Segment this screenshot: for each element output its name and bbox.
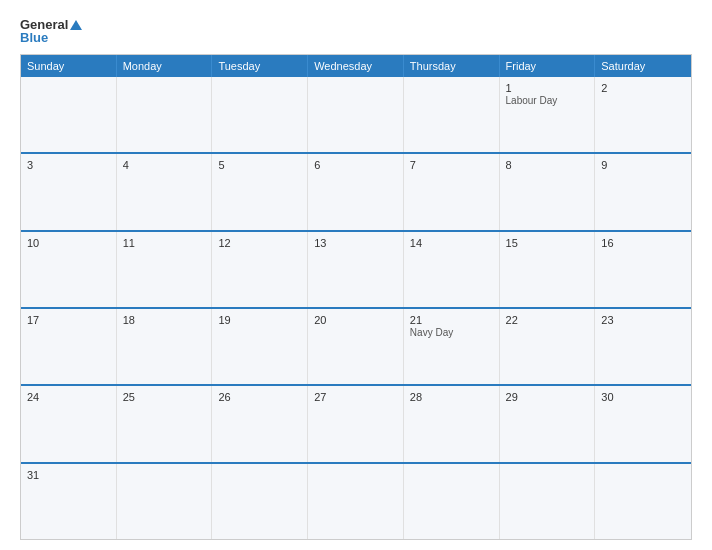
day-number: 24 — [27, 391, 110, 403]
day-cell — [21, 77, 117, 152]
day-cell — [212, 464, 308, 539]
day-number: 4 — [123, 159, 206, 171]
day-number: 5 — [218, 159, 301, 171]
day-cell: 25 — [117, 386, 213, 461]
logo-blue-text: Blue — [20, 31, 82, 44]
day-number: 19 — [218, 314, 301, 326]
day-header-thursday: Thursday — [404, 55, 500, 77]
day-number: 7 — [410, 159, 493, 171]
week-row-5: 31 — [21, 462, 691, 539]
day-number: 31 — [27, 469, 110, 481]
day-cell: 14 — [404, 232, 500, 307]
day-cell: 12 — [212, 232, 308, 307]
day-cell: 18 — [117, 309, 213, 384]
day-cell: 6 — [308, 154, 404, 229]
day-number: 15 — [506, 237, 589, 249]
day-cell — [500, 464, 596, 539]
day-number: 21 — [410, 314, 493, 326]
day-header-tuesday: Tuesday — [212, 55, 308, 77]
day-number: 26 — [218, 391, 301, 403]
day-cell — [308, 464, 404, 539]
week-row-1: 3456789 — [21, 152, 691, 229]
day-header-sunday: Sunday — [21, 55, 117, 77]
day-cell: 16 — [595, 232, 691, 307]
day-number: 22 — [506, 314, 589, 326]
day-event: Navy Day — [410, 327, 453, 338]
day-number: 28 — [410, 391, 493, 403]
day-header-monday: Monday — [117, 55, 213, 77]
day-number: 8 — [506, 159, 589, 171]
day-cell: 7 — [404, 154, 500, 229]
day-cell: 24 — [21, 386, 117, 461]
day-cell: 15 — [500, 232, 596, 307]
day-number: 18 — [123, 314, 206, 326]
day-cell: 19 — [212, 309, 308, 384]
week-row-2: 10111213141516 — [21, 230, 691, 307]
day-cell: 28 — [404, 386, 500, 461]
day-number: 13 — [314, 237, 397, 249]
day-cell — [404, 464, 500, 539]
day-number: 11 — [123, 237, 206, 249]
calendar-page: General Blue SundayMondayTuesdayWednesda… — [0, 0, 712, 550]
day-number: 30 — [601, 391, 685, 403]
day-number: 9 — [601, 159, 685, 171]
day-cell: 3 — [21, 154, 117, 229]
day-number: 12 — [218, 237, 301, 249]
day-cell: 4 — [117, 154, 213, 229]
day-cell: 2 — [595, 77, 691, 152]
day-cell — [595, 464, 691, 539]
day-number: 16 — [601, 237, 685, 249]
day-number: 14 — [410, 237, 493, 249]
day-cell — [404, 77, 500, 152]
calendar-grid: SundayMondayTuesdayWednesdayThursdayFrid… — [20, 54, 692, 540]
day-number: 3 — [27, 159, 110, 171]
day-number: 1 — [506, 82, 589, 94]
day-number: 2 — [601, 82, 685, 94]
logo: General Blue — [20, 18, 82, 44]
week-row-3: 1718192021Navy Day2223 — [21, 307, 691, 384]
day-header-saturday: Saturday — [595, 55, 691, 77]
day-cell — [117, 464, 213, 539]
day-cell: 21Navy Day — [404, 309, 500, 384]
day-number: 6 — [314, 159, 397, 171]
day-cell — [308, 77, 404, 152]
day-cell: 5 — [212, 154, 308, 229]
week-row-0: 1Labour Day2 — [21, 77, 691, 152]
day-cell — [212, 77, 308, 152]
day-cell: 23 — [595, 309, 691, 384]
day-number: 29 — [506, 391, 589, 403]
day-cell: 8 — [500, 154, 596, 229]
header: General Blue — [20, 18, 692, 44]
day-cell: 29 — [500, 386, 596, 461]
day-number: 10 — [27, 237, 110, 249]
day-number: 27 — [314, 391, 397, 403]
day-cell: 26 — [212, 386, 308, 461]
day-cell: 17 — [21, 309, 117, 384]
day-cell: 11 — [117, 232, 213, 307]
day-cell: 10 — [21, 232, 117, 307]
weeks-container: 1Labour Day23456789101112131415161718192… — [21, 77, 691, 539]
day-header-wednesday: Wednesday — [308, 55, 404, 77]
day-cell — [117, 77, 213, 152]
day-cell: 31 — [21, 464, 117, 539]
week-row-4: 24252627282930 — [21, 384, 691, 461]
day-cell: 27 — [308, 386, 404, 461]
day-cell: 1Labour Day — [500, 77, 596, 152]
day-number: 20 — [314, 314, 397, 326]
day-cell: 30 — [595, 386, 691, 461]
day-event: Labour Day — [506, 95, 558, 106]
logo-triangle-icon — [70, 20, 82, 30]
day-headers-row: SundayMondayTuesdayWednesdayThursdayFrid… — [21, 55, 691, 77]
day-number: 25 — [123, 391, 206, 403]
day-number: 17 — [27, 314, 110, 326]
day-number: 23 — [601, 314, 685, 326]
day-cell: 20 — [308, 309, 404, 384]
day-header-friday: Friday — [500, 55, 596, 77]
day-cell: 22 — [500, 309, 596, 384]
day-cell: 13 — [308, 232, 404, 307]
day-cell: 9 — [595, 154, 691, 229]
